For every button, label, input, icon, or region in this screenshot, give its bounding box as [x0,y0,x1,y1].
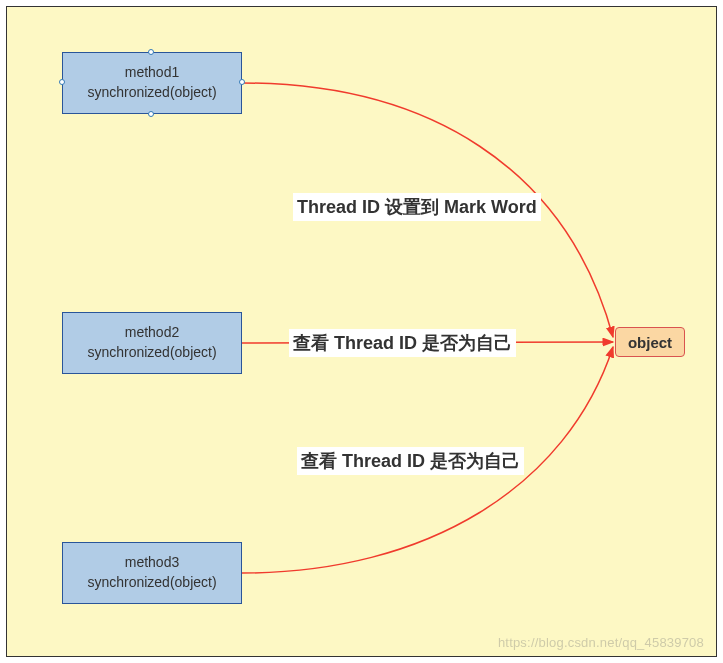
method1-name: method1 [125,63,179,83]
resize-handle-left[interactable] [59,79,65,85]
object-box[interactable]: object [615,327,685,357]
resize-handle-bottom[interactable] [148,111,154,117]
edge-label-1: Thread ID 设置到 Mark Word [293,193,541,221]
watermark: https://blog.csdn.net/qq_45839708 [498,635,704,650]
method3-box[interactable]: method3 synchronized(object) [62,542,242,604]
edge-label-3: 查看 Thread ID 是否为自己 [297,447,524,475]
resize-handle-right[interactable] [239,79,245,85]
edge-label-2: 查看 Thread ID 是否为自己 [289,329,516,357]
object-label: object [628,334,672,351]
method1-box[interactable]: method1 synchronized(object) [62,52,242,114]
method3-name: method3 [125,553,179,573]
resize-handle-top[interactable] [148,49,154,55]
method2-box[interactable]: method2 synchronized(object) [62,312,242,374]
diagram-canvas: method1 synchronized(object) method2 syn… [6,6,717,657]
method1-lock: synchronized(object) [87,83,216,103]
method2-lock: synchronized(object) [87,343,216,363]
method3-lock: synchronized(object) [87,573,216,593]
method2-name: method2 [125,323,179,343]
